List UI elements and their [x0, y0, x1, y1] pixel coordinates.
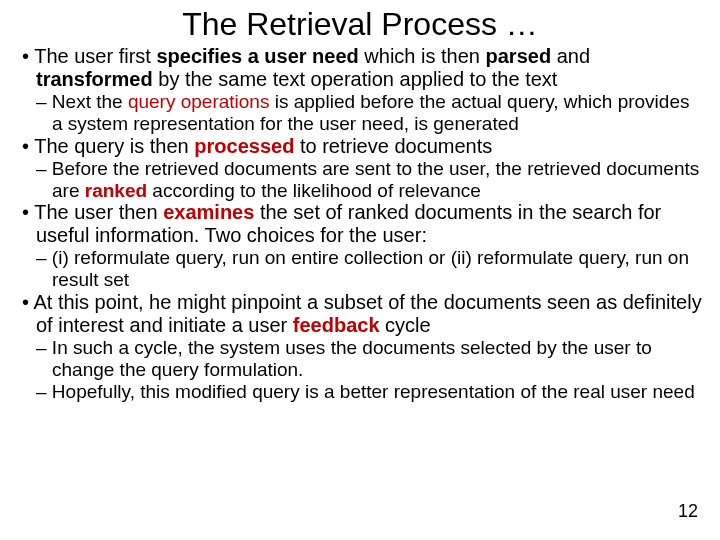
text-run: transformed — [36, 68, 153, 90]
text-run: query operations — [128, 91, 270, 112]
bullet-l1: The user first specifies a user need whi… — [16, 45, 704, 91]
text-run: examines — [163, 201, 254, 223]
text-run: The user first — [34, 45, 156, 67]
text-run: which is then — [359, 45, 486, 67]
bullet-l2: Hopefully, this modified query is a bett… — [16, 381, 704, 403]
text-run: The query is then — [34, 135, 194, 157]
slide: The Retrieval Process … The user first s… — [0, 0, 720, 540]
text-run: specifies a user need — [156, 45, 358, 67]
text-run: by the same text operation applied to th… — [153, 68, 558, 90]
text-run: feedback — [293, 314, 380, 336]
text-run: The user then — [34, 201, 163, 223]
bullet-l2: Before the retrieved documents are sent … — [16, 158, 704, 202]
text-run: ranked — [85, 180, 147, 201]
bullet-l2: (i) reformulate query, run on entire col… — [16, 247, 704, 291]
slide-body: The user first specifies a user need whi… — [16, 45, 704, 403]
text-run: processed — [194, 135, 294, 157]
text-run: cycle — [380, 314, 431, 336]
text-run: (i) reformulate query, run on entire col… — [52, 247, 689, 290]
text-run: Hopefully, this modified query is a bett… — [52, 381, 695, 402]
text-run: and — [551, 45, 590, 67]
slide-title: The Retrieval Process … — [16, 6, 704, 43]
text-run: parsed — [486, 45, 552, 67]
text-run: In such a cycle, the system uses the doc… — [52, 337, 652, 380]
bullet-l1: At this point, he might pinpoint a subse… — [16, 291, 704, 337]
bullet-l2: In such a cycle, the system uses the doc… — [16, 337, 704, 381]
bullet-l1: The user then examines the set of ranked… — [16, 201, 704, 247]
bullet-l2: Next the query operations is applied bef… — [16, 91, 704, 135]
bullet-l1: The query is then processed to retrieve … — [16, 135, 704, 158]
text-run: Next the — [52, 91, 128, 112]
text-run: according to the likelihood of relevance — [147, 180, 481, 201]
page-number: 12 — [678, 501, 698, 522]
text-run: to retrieve documents — [294, 135, 492, 157]
